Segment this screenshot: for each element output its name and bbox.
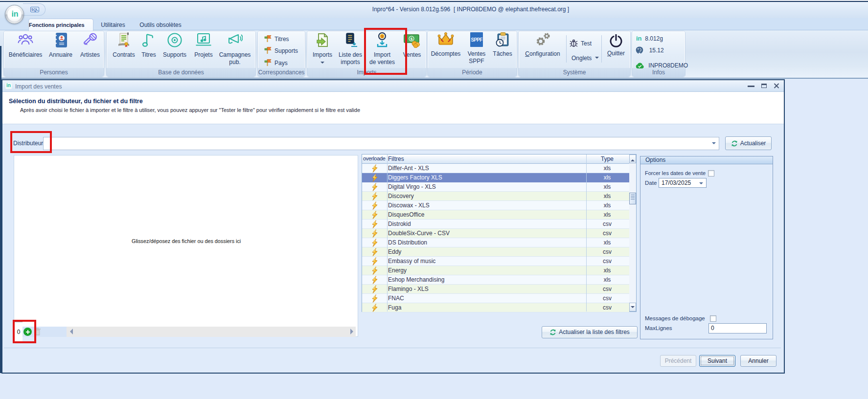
svg-text:SPPF: SPPF (471, 37, 483, 43)
svg-text:$: $ (411, 37, 413, 41)
